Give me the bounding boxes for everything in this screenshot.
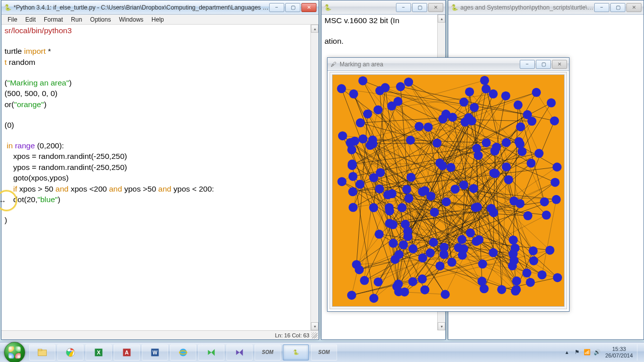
python-icon: 🐍 — [324, 4, 332, 12]
svg-point-376 — [375, 230, 384, 239]
svg-point-420 — [466, 228, 475, 237]
svg-point-308 — [542, 211, 551, 220]
task-chrome[interactable] — [57, 344, 84, 360]
task-som-1[interactable]: SOM — [255, 344, 281, 360]
close-button[interactable]: ✕ — [626, 3, 641, 12]
svg-point-405 — [501, 92, 510, 101]
scroll-down-icon[interactable]: ▾ — [438, 322, 445, 330]
svg-point-440 — [526, 278, 535, 287]
svg-point-340 — [510, 197, 519, 206]
svg-point-300 — [396, 82, 405, 91]
menu-windows[interactable]: Windows — [115, 15, 147, 24]
svg-point-348 — [522, 268, 531, 278]
menu-run[interactable]: Run — [67, 15, 86, 24]
svg-point-366 — [397, 203, 407, 212]
tray-up-icon[interactable]: ▴ — [563, 348, 571, 356]
menu-edit[interactable]: Edit — [21, 15, 40, 24]
svg-point-436 — [552, 195, 561, 204]
task-explorer[interactable] — [29, 344, 55, 360]
svg-point-284 — [465, 87, 474, 97]
scroll-down-icon[interactable]: ▾ — [311, 322, 318, 330]
minimize-button[interactable]: − — [594, 3, 609, 12]
svg-point-407 — [349, 172, 358, 181]
svg-point-323 — [502, 138, 511, 147]
svg-point-402 — [369, 294, 378, 303]
svg-point-393 — [404, 77, 413, 86]
turtle-canvas-wrap — [330, 72, 567, 309]
scroll-up-icon[interactable]: ▴ — [311, 25, 318, 33]
svg-point-349 — [338, 177, 347, 186]
svg-point-338 — [509, 235, 518, 244]
svg-point-429 — [376, 168, 385, 177]
clock-date: 26/07/2014 — [605, 352, 633, 359]
svg-point-427 — [459, 98, 468, 107]
task-vs-green[interactable] — [198, 344, 224, 360]
svg-point-415 — [406, 136, 415, 145]
task-access[interactable]: A — [114, 344, 140, 360]
code-editor[interactable]: sr/local/bin/python3 turtle import * t r… — [2, 25, 310, 330]
cursor-position: Ln: 16 Col: 63 — [275, 332, 310, 338]
svg-text:W: W — [152, 350, 157, 355]
shell-titlebar[interactable]: 🐍 − ▢ ✕ — [321, 1, 445, 15]
close-button[interactable]: ✕ — [301, 3, 316, 12]
svg-point-380 — [502, 162, 511, 171]
maximize-button[interactable]: ▢ — [536, 60, 551, 69]
far-window-titlebar[interactable]: 🐍 ages and Systems\python\python_scripts… — [448, 1, 643, 15]
svg-point-414 — [368, 136, 377, 145]
start-button[interactable] — [4, 342, 25, 363]
svg-point-347 — [415, 122, 424, 131]
svg-point-403 — [467, 116, 476, 125]
svg-point-381 — [471, 203, 480, 212]
turtle-window: 🖋 Marking an area − ▢ ✕ — [327, 57, 570, 312]
editor-statusbar: Ln: 16 Col: 63 — [2, 330, 318, 339]
maximize-button[interactable]: ▢ — [610, 3, 625, 12]
svg-point-289 — [373, 105, 382, 114]
tray-network-icon[interactable]: 📶 — [583, 348, 591, 356]
task-word[interactable]: W — [142, 344, 168, 360]
editor-titlebar[interactable]: 🐍 *Python 3.4.1: if_else_turtle.py - C:\… — [2, 1, 318, 15]
menu-help[interactable]: Help — [147, 15, 168, 24]
task-vs-purple[interactable] — [226, 344, 253, 360]
minimize-button[interactable]: − — [520, 60, 535, 69]
system-tray: ▴ ⚑ 📶 🔊 15:33 26/07/2014 — [563, 344, 644, 360]
svg-point-428 — [508, 261, 517, 270]
task-excel[interactable]: X — [86, 344, 112, 360]
task-ie[interactable] — [170, 344, 196, 360]
far-window-title: ages and Systems\python\python_scripts\t… — [460, 4, 594, 11]
tray-clock[interactable]: 15:33 26/07/2014 — [605, 346, 633, 359]
svg-point-285 — [489, 248, 498, 257]
svg-point-351 — [470, 103, 479, 112]
svg-point-404 — [374, 278, 383, 287]
svg-point-401 — [348, 159, 357, 168]
svg-point-389 — [469, 184, 478, 193]
svg-point-424 — [523, 110, 532, 119]
task-python-active[interactable]: 🐍 — [283, 344, 309, 360]
menu-format[interactable]: Format — [40, 15, 67, 24]
tray-volume-icon[interactable]: 🔊 — [593, 348, 601, 356]
editor-window: 🐍 *Python 3.4.1: if_else_turtle.py - C:\… — [1, 0, 319, 340]
menu-options[interactable]: Options — [86, 15, 115, 24]
editor-scrollbar[interactable]: ▴ ▾ — [310, 25, 318, 330]
editor-title: *Python 3.4.1: if_else_turtle.py - C:\Us… — [14, 4, 269, 11]
resize-grip-icon[interactable] — [311, 332, 317, 338]
tray-flag-icon[interactable]: ⚑ — [573, 348, 581, 356]
show-desktop-button[interactable] — [637, 344, 641, 360]
svg-point-451 — [180, 348, 187, 356]
svg-point-290 — [478, 259, 487, 268]
minimize-button[interactable]: − — [269, 3, 284, 12]
svg-point-296 — [360, 276, 369, 285]
svg-point-306 — [527, 159, 536, 168]
svg-point-368 — [369, 203, 378, 212]
maximize-button[interactable]: ▢ — [412, 3, 427, 12]
svg-point-281 — [529, 256, 538, 265]
task-som-2[interactable]: SOM — [311, 344, 337, 360]
close-button[interactable]: ✕ — [428, 3, 443, 12]
scroll-up-icon[interactable]: ▴ — [438, 15, 445, 23]
svg-point-341 — [504, 175, 513, 184]
close-button[interactable]: ✕ — [552, 60, 567, 69]
minimize-button[interactable]: − — [396, 3, 411, 12]
turtle-titlebar[interactable]: 🖋 Marking an area − ▢ ✕ — [328, 58, 569, 71]
svg-point-299 — [409, 244, 418, 253]
menu-file[interactable]: File — [4, 15, 21, 24]
maximize-button[interactable]: ▢ — [285, 3, 300, 12]
